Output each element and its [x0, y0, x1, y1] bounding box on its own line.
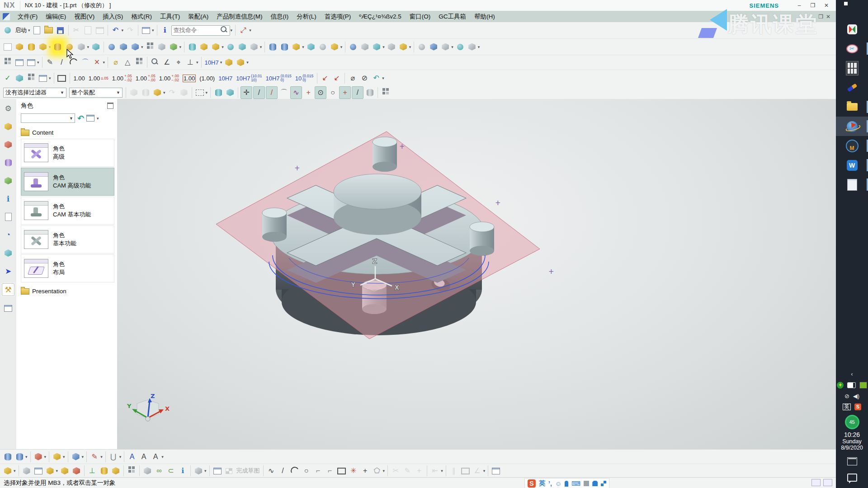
tray-expand-chevron[interactable]: ‹	[851, 371, 853, 380]
chamfer2-icon[interactable]: ⌐	[325, 465, 335, 477]
ime-mic-icon[interactable]	[565, 481, 568, 487]
tol-100[interactable]: 1.00	[72, 72, 86, 84]
dropdown-arrow-icon[interactable]: ▾	[14, 469, 16, 473]
dropdown-arrow-icon[interactable]: ▾	[49, 76, 51, 80]
snap-existing-icon[interactable]: +	[339, 86, 351, 99]
fit-10h7-dev[interactable]: 10H7(0.0150)	[264, 72, 292, 84]
thicken-icon[interactable]	[237, 41, 248, 53]
move-cube-icon[interactable]	[59, 465, 70, 477]
exit-door-icon[interactable]	[2, 302, 14, 314]
radial-dim-icon[interactable]: ↙	[320, 72, 330, 84]
box-pen-icon[interactable]	[142, 465, 153, 477]
close-button[interactable]: ✕	[821, 2, 832, 9]
dropdown-arrow-icon[interactable]: ▾	[478, 45, 480, 49]
arc2-icon[interactable]	[289, 465, 300, 477]
snap-midpoint-icon[interactable]: /	[266, 86, 278, 99]
nav-grid-icon[interactable]	[26, 72, 37, 84]
datum-plane-icon[interactable]	[386, 41, 397, 53]
dropdown-arrow-icon[interactable]: ▾	[152, 28, 154, 33]
battery-tray-icon[interactable]	[847, 382, 856, 388]
menu-item[interactable]: 插入(S)	[99, 12, 127, 21]
palette-icon[interactable]	[2, 247, 14, 259]
wireframe-cube-icon[interactable]	[193, 465, 204, 477]
through-curves-icon[interactable]	[306, 41, 316, 53]
dropdown-arrow-icon[interactable]: ▾	[222, 45, 224, 49]
snap-quadrant-icon[interactable]: ○	[327, 87, 338, 99]
ime-keyboard-icon[interactable]: ⌨	[571, 480, 580, 487]
snap-point-icon[interactable]: ✛	[241, 86, 252, 99]
paint-app-icon[interactable]	[836, 78, 868, 97]
menu-item[interactable]: ºÆÇ¿¹¤¾ßv2.5	[355, 12, 405, 21]
tol-100-paren[interactable]: (1.00)	[198, 72, 216, 84]
rings-icon[interactable]: ∞	[154, 465, 165, 477]
volume-tray-icon[interactable]: ◀)	[853, 393, 859, 399]
snap-endpoint-icon[interactable]: /	[253, 86, 265, 99]
network-tray-icon[interactable]: ⊘	[844, 393, 849, 399]
finish-flag-icon[interactable]	[224, 465, 235, 477]
dropdown-arrow-icon[interactable]: ▾	[260, 45, 262, 49]
sheet-icon[interactable]	[249, 41, 259, 53]
dropdown-arrow-icon[interactable]: ▾	[122, 28, 124, 33]
dropdown-arrow-icon[interactable]: ▾	[382, 76, 384, 80]
fit-10h7-limits[interactable]: 10H7(10.0110)	[235, 72, 263, 84]
revolve-icon[interactable]	[26, 41, 37, 53]
radial-dim2-icon[interactable]: ↙	[331, 72, 342, 84]
diameter-dim-icon[interactable]: ⌀	[347, 72, 358, 84]
dropdown-arrow-icon[interactable]: ▾	[63, 455, 65, 459]
sketch-curve-icon[interactable]: ✎	[45, 56, 56, 68]
layer-icon[interactable]	[26, 56, 37, 68]
extend-icon[interactable]: +	[414, 465, 425, 477]
scope-filter-combo[interactable]: 整个装配▼	[69, 88, 123, 98]
tree-info-icon[interactable]: ℹ	[177, 465, 188, 477]
fit-10h7[interactable]: 10H7	[217, 72, 234, 84]
draft-icon[interactable]	[210, 41, 221, 53]
menu-item[interactable]: 信息(I)	[267, 12, 293, 21]
add-component-icon[interactable]	[45, 465, 56, 477]
swap-icon[interactable]	[491, 465, 501, 477]
move-component-icon[interactable]	[2, 451, 13, 463]
dropdown-arrow-icon[interactable]: ▾	[87, 45, 90, 49]
role-list-view-icon[interactable]	[86, 115, 94, 122]
menu-item[interactable]: 文件(F)	[14, 12, 42, 21]
hole-icon[interactable]	[52, 41, 63, 53]
skew-icon[interactable]: ∠	[472, 465, 483, 477]
xform-icon[interactable]	[359, 41, 370, 53]
table-icon[interactable]	[380, 87, 391, 99]
history-doc-icon[interactable]	[2, 211, 14, 223]
minimize-button[interactable]: –	[793, 2, 805, 9]
edit-section-icon[interactable]: ✎	[89, 451, 100, 463]
ime-language-toggle[interactable]: 英	[539, 479, 545, 488]
snap-center-icon[interactable]: ⊙	[315, 86, 326, 99]
role-search-combo[interactable]: ▼	[21, 113, 75, 123]
start-button[interactable]	[836, 0, 868, 19]
dropdown-arrow-icon[interactable]: ▾	[451, 45, 453, 49]
ime-toolbox-icon[interactable]	[601, 481, 606, 486]
dropdown-arrow-icon[interactable]: ▾	[141, 45, 143, 49]
dropdown-arrow-icon[interactable]: ▾	[204, 469, 207, 473]
unite-icon[interactable]	[106, 41, 117, 53]
dropdown-arrow-icon[interactable]: ▾	[340, 45, 343, 49]
point-icon[interactable]: +	[360, 465, 371, 477]
app-menu-icon[interactable]	[3, 13, 10, 20]
box-dim-icon[interactable]	[460, 465, 471, 477]
trim1-icon[interactable]: ✂	[390, 465, 401, 477]
window-star-icon[interactable]	[212, 465, 223, 477]
tol-100-pm05[interactable]: 1.00±.05	[87, 72, 110, 84]
tol-100-boxed[interactable]: 1.00	[181, 72, 197, 84]
clock-time[interactable]: 10:26	[844, 431, 860, 438]
rib-icon[interactable]	[76, 41, 87, 53]
top-selection-icon[interactable]	[152, 87, 163, 99]
sogou-logo-icon[interactable]: S	[528, 479, 536, 488]
menu-item[interactable]: 首选项(P)	[321, 12, 355, 21]
arrange-icon[interactable]: ⊥	[87, 465, 98, 477]
subtract-icon[interactable]	[118, 41, 129, 53]
trim-body-icon[interactable]	[168, 41, 179, 53]
block-icon[interactable]	[38, 41, 48, 53]
snap-line-icon[interactable]: /	[352, 86, 363, 99]
tube2-icon[interactable]: ⊂	[165, 465, 176, 477]
ime-skin-icon[interactable]	[592, 481, 598, 486]
dropdown-arrow-icon[interactable]: ▾	[100, 455, 103, 459]
blend-icon[interactable]	[187, 41, 198, 53]
spline-icon[interactable]: ∿	[266, 465, 277, 477]
ime-language-tray[interactable]: 英	[843, 404, 851, 410]
